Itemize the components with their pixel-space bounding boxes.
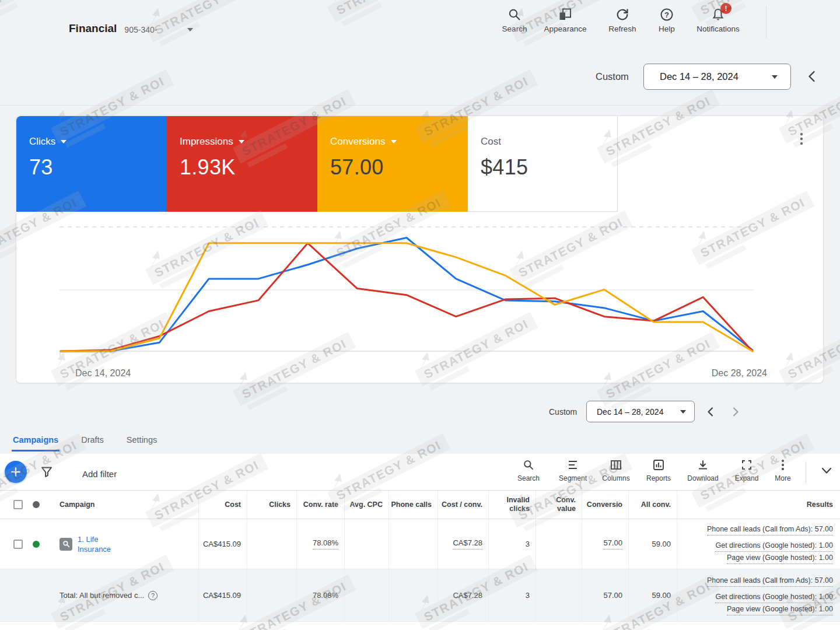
performance-line-chart[interactable] (60, 224, 754, 364)
more-vertical-icon (781, 459, 785, 471)
bell-icon: ! (711, 7, 725, 22)
column-header-clicks[interactable]: Clicks (247, 491, 296, 519)
status-filter-dot[interactable] (33, 501, 40, 508)
cell-conversions: 57.00 (582, 519, 628, 569)
column-header-results[interactable]: Results (677, 491, 840, 519)
chevron-down-icon[interactable] (391, 140, 397, 144)
result-line[interactable]: Page view (Google hosted): 1.00 (727, 553, 833, 564)
nav-label: Refresh (608, 24, 636, 33)
result-line[interactable]: Page view (Google hosted): 1.00 (727, 604, 833, 615)
date-range-type-label: Custom (549, 407, 577, 416)
scorecard-conversions[interactable]: Conversions 57.00 (317, 116, 468, 212)
chevron-down-icon (820, 467, 833, 475)
campaigns-panel: Add filter Search Segment Columns Report… (0, 454, 840, 630)
column-header-phone-calls[interactable]: Phone calls (388, 491, 438, 519)
cell-phone-calls (388, 519, 438, 569)
column-header-conv-rate[interactable]: Conv. rate (296, 491, 344, 519)
cell-invalid-clicks: 3 (488, 519, 536, 569)
scorecard-impressions[interactable]: Impressions 1.93K (167, 116, 317, 212)
notifications-button[interactable]: ! Notifications (684, 7, 752, 33)
total-cost: CA$415.09 (198, 569, 247, 621)
status-enabled-dot[interactable] (33, 541, 40, 548)
chevron-down-icon[interactable] (61, 140, 66, 144)
cell-clicks (247, 519, 296, 569)
account-name: Financial (69, 22, 117, 35)
total-results: Phone call leads (Call from Ads): 57.00 … (677, 569, 840, 621)
toolbar-label: More (775, 474, 790, 482)
result-line[interactable]: Phone call leads (Call from Ads): 57.00 (707, 576, 833, 587)
more-button[interactable]: More (771, 459, 794, 482)
result-line[interactable]: Get directions (Google hosted): 1.00 (715, 592, 833, 603)
filter-icon (41, 466, 52, 478)
column-header-avg-cpc[interactable]: Avg. CPC (344, 491, 388, 519)
download-button[interactable]: Download (680, 459, 726, 482)
tab-campaigns[interactable]: Campaigns (12, 435, 60, 452)
chevron-down-icon[interactable] (239, 140, 244, 144)
campaigns-table: Campaign Cost Clicks Conv. rate Avg. CPC… (0, 490, 840, 622)
search-icon (508, 7, 522, 22)
filter-button[interactable] (41, 466, 52, 480)
google-ads-dashboard: { "watermark": { "text": "STRATEGY & ROI… (0, 0, 840, 630)
cell-conv-rate: 78.08% (296, 519, 344, 569)
collapse-toolbar-button[interactable] (820, 467, 833, 477)
previous-period-button[interactable] (806, 69, 818, 86)
date-range-picker[interactable]: Dec 14 – 28, 2024 (643, 64, 791, 90)
top-navigation: Search Appearance Refresh ? Help ! Notif… (494, 7, 752, 33)
previous-period-button[interactable] (705, 406, 716, 420)
download-icon (697, 459, 709, 471)
column-header-conversions[interactable]: Conversio (582, 491, 628, 519)
toolbar-label: Download (687, 474, 718, 482)
chart-more-options-button[interactable] (800, 132, 803, 148)
scorecard-cost[interactable]: Cost $415 (468, 116, 618, 212)
table-date-range-picker[interactable]: Dec 14 – 28, 2024 (586, 401, 695, 422)
scorecard-clicks[interactable]: Clicks 73 (16, 116, 167, 212)
nav-label: Search (502, 24, 527, 33)
nav-label: Notifications (696, 24, 740, 33)
search-campaign-icon[interactable] (60, 538, 72, 551)
appearance-icon (558, 7, 572, 22)
expand-button[interactable]: Expand (728, 459, 765, 482)
total-all-conv: 59.00 (628, 569, 677, 621)
date-range-value: Dec 14 – 28, 2024 (597, 407, 663, 416)
metric-value[interactable]: 57.00 (603, 538, 622, 550)
new-campaign-button[interactable] (5, 461, 27, 483)
column-header-conv-value[interactable]: Conv. value (536, 491, 582, 519)
help-icon[interactable]: ? (148, 591, 158, 600)
column-header-invalid-clicks[interactable]: Invalid clicks (488, 491, 536, 519)
select-all-checkbox[interactable] (13, 500, 23, 509)
result-line[interactable]: Get directions (Google hosted): 1.00 (715, 541, 833, 552)
table-header-row: Campaign Cost Clicks Conv. rate Avg. CPC… (0, 490, 840, 519)
scorecard-value: 73 (29, 155, 167, 180)
refresh-icon (615, 7, 629, 22)
next-period-button[interactable] (730, 406, 741, 420)
total-conv-value (536, 569, 582, 621)
scorecard-value: $415 (481, 155, 617, 180)
metric-value[interactable]: CA$7.28 (453, 538, 482, 550)
account-selector[interactable]: Financial 905-340- (69, 22, 193, 35)
refresh-button[interactable]: Refresh (595, 7, 650, 33)
chevron-down-icon[interactable] (187, 28, 193, 32)
reports-button[interactable]: Reports (640, 459, 677, 482)
search-button[interactable]: Search (494, 7, 536, 33)
tab-settings[interactable]: Settings (125, 435, 158, 452)
help-button[interactable]: ? Help (650, 7, 684, 33)
plus-icon (10, 466, 22, 478)
help-icon: ? (660, 7, 674, 22)
cell-all-conv: 59.00 (628, 519, 677, 569)
metric-value[interactable]: 78.08% (313, 538, 338, 550)
add-filter-button[interactable]: Add filter (82, 469, 117, 479)
appearance-button[interactable]: Appearance (536, 7, 595, 33)
campaign-name-link[interactable]: 1. Life Insurance (78, 534, 120, 554)
row-checkbox[interactable] (13, 540, 23, 549)
result-line[interactable]: Phone call leads (Call from Ads): 57.00 (707, 524, 833, 536)
column-header-cost-conv[interactable]: Cost / conv. (438, 491, 488, 519)
segment-button[interactable]: Segment (555, 459, 590, 482)
column-header-all-conv[interactable]: All conv. (628, 491, 677, 519)
tab-drafts[interactable]: Drafts (80, 435, 105, 452)
scorecard-label: Impressions (180, 136, 233, 148)
column-header-cost[interactable]: Cost (198, 491, 247, 519)
columns-button[interactable]: Columns (596, 459, 636, 482)
chevron-down-icon (680, 410, 686, 414)
column-header-campaign[interactable]: Campaign (51, 491, 198, 519)
table-search-button[interactable]: Search (513, 459, 544, 482)
